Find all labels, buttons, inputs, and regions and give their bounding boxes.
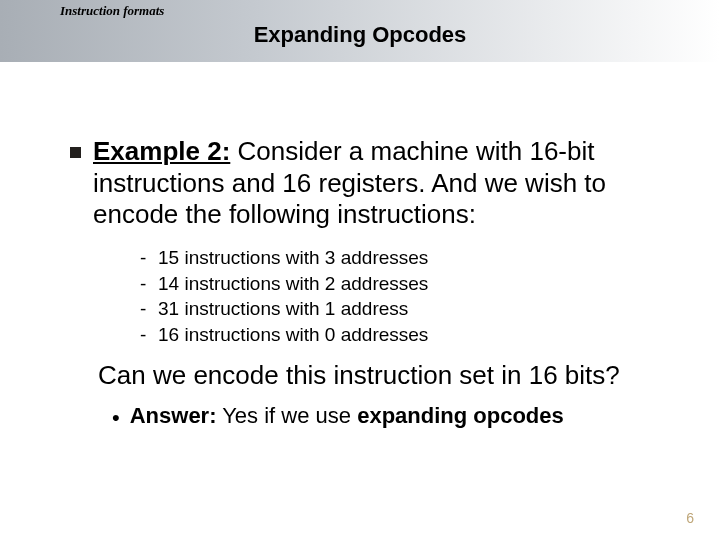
header-bar: Instruction formats Expanding Opcodes: [0, 0, 720, 62]
sublist: - 15 instructions with 3 addresses - 14 …: [140, 245, 670, 348]
answer-emph: expanding opcodes: [357, 403, 564, 428]
answer-text: Answer: Yes if we use expanding opcodes: [130, 403, 564, 429]
slide-title: Expanding Opcodes: [0, 22, 720, 48]
page-number: 6: [686, 510, 694, 526]
answer-mid: Yes if we use: [217, 403, 358, 428]
list-item-text: 16 instructions with 0 addresses: [158, 322, 428, 348]
content-area: Example 2: Consider a machine with 16-bi…: [70, 136, 670, 431]
question-text: Can we encode this instruction set in 16…: [98, 360, 670, 391]
dash-icon: -: [140, 296, 158, 322]
list-item: - 16 instructions with 0 addresses: [140, 322, 670, 348]
example-label: Example 2:: [93, 136, 230, 166]
main-text: Example 2: Consider a machine with 16-bi…: [93, 136, 670, 231]
answer-label: Answer:: [130, 403, 217, 428]
list-item: - 15 instructions with 3 addresses: [140, 245, 670, 271]
slide: Instruction formats Expanding Opcodes Ex…: [0, 0, 720, 540]
main-bullet: Example 2: Consider a machine with 16-bi…: [70, 136, 670, 231]
list-item: - 31 instructions with 1 address: [140, 296, 670, 322]
breadcrumb: Instruction formats: [60, 3, 164, 19]
list-item-text: 31 instructions with 1 address: [158, 296, 408, 322]
list-item-text: 14 instructions with 2 addresses: [158, 271, 428, 297]
dash-icon: -: [140, 245, 158, 271]
list-item: - 14 instructions with 2 addresses: [140, 271, 670, 297]
answer-row: • Answer: Yes if we use expanding opcode…: [112, 403, 670, 431]
dash-icon: -: [140, 271, 158, 297]
bullet-dot-icon: •: [112, 405, 120, 431]
bullet-square-icon: [70, 147, 81, 158]
dash-icon: -: [140, 322, 158, 348]
list-item-text: 15 instructions with 3 addresses: [158, 245, 428, 271]
